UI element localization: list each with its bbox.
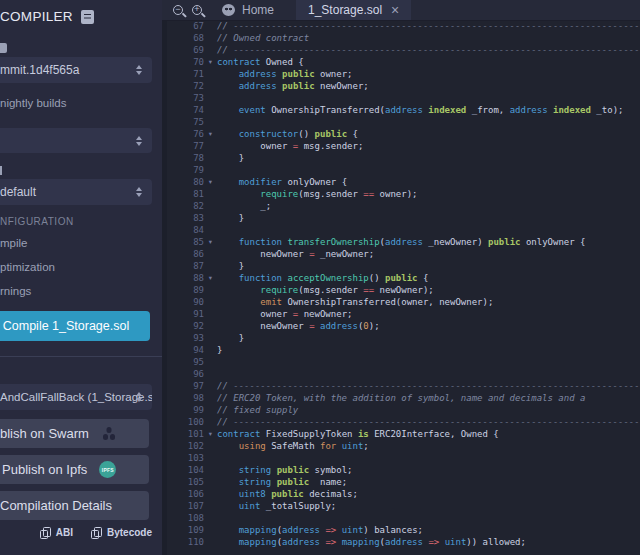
- code-line: 81 require(msg.sender == owner);: [162, 188, 640, 200]
- code-line: 73: [162, 92, 640, 104]
- book-icon: [81, 10, 94, 24]
- code-lines: 67// -----------------------------------…: [162, 21, 640, 548]
- code-line: 107 uint _totalSupply;: [162, 500, 640, 512]
- zoom-in-icon[interactable]: +: [192, 5, 202, 15]
- code-line: 95: [162, 356, 640, 368]
- chevron-updown-icon: [136, 136, 142, 146]
- code-line: 84: [162, 224, 640, 236]
- code-line: 101▾contract FixedSupplyToken is ERC20In…: [162, 428, 640, 440]
- code-line: 106 uint8 public decimals;: [162, 488, 640, 500]
- compiler-version-value: mmit.1d4f565a: [0, 63, 79, 77]
- panel-title-text: COMPILER: [0, 9, 73, 24]
- code-line: 83 }: [162, 212, 640, 224]
- copy-row: ABI Bytecode: [0, 527, 152, 538]
- publish-swarm-button[interactable]: blish on Swarm: [0, 419, 149, 448]
- compiler-label-icon: [0, 43, 7, 53]
- code-line: 72 address public newOwner;: [162, 80, 640, 92]
- language-select[interactable]: [0, 128, 152, 153]
- code-line: 104 string public symbol;: [162, 464, 640, 476]
- code-area[interactable]: 67// -----------------------------------…: [162, 21, 640, 555]
- code-line: 85▾ function transferOwnership(address _…: [162, 236, 640, 248]
- tab-home[interactable]: Home: [216, 0, 280, 20]
- code-line: 67// -----------------------------------…: [162, 21, 640, 32]
- code-line: 103: [162, 452, 640, 464]
- solidity-compiler-panel: COMPILER mmit.1d4f565a nightly builds de…: [0, 0, 162, 555]
- code-line: 74 event OwnershipTransferred(address in…: [162, 104, 640, 116]
- code-line: 97// -----------------------------------…: [162, 380, 640, 392]
- code-line: 75: [162, 116, 640, 128]
- abi-copy-label[interactable]: ABI: [56, 527, 73, 538]
- code-line: 82 _;: [162, 200, 640, 212]
- code-line: 94}: [162, 344, 640, 356]
- code-line: 68// Owned contract: [162, 32, 640, 44]
- code-line: 78 }: [162, 152, 640, 164]
- code-line: 79: [162, 164, 640, 176]
- compiler-version-select[interactable]: mmit.1d4f565a: [0, 57, 152, 83]
- bytecode-copy-label[interactable]: Bytecode: [107, 527, 152, 538]
- code-line: 100// ----------------------------------…: [162, 416, 640, 428]
- code-line: 102 using SafeMath for uint;: [162, 440, 640, 452]
- code-editor: − + Home 1_Storage.sol × 67// ----------…: [162, 0, 640, 555]
- code-line: 98// ERC20 Token, with the addition of s…: [162, 392, 640, 404]
- remix-logo-icon: [222, 4, 235, 16]
- code-line: 110 mapping(address => mapping(address =…: [162, 536, 640, 548]
- tab-file-label: 1_Storage.sol: [308, 3, 382, 17]
- publish-ipfs-button[interactable]: Publish on Ipfs IPFS: [0, 455, 149, 484]
- compilation-details-label: Compilation Details: [0, 498, 112, 513]
- nightly-builds-label[interactable]: nightly builds: [0, 97, 66, 109]
- code-line: 90 emit OwnershipTransferred(owner, newO…: [162, 296, 640, 308]
- chevron-updown-icon: [136, 187, 142, 197]
- evm-version-select[interactable]: default: [0, 179, 152, 205]
- chevron-updown-icon: [136, 65, 142, 75]
- code-line: 77 owner = msg.sender;: [162, 140, 640, 152]
- panel-title: COMPILER: [0, 9, 94, 24]
- code-line: 108: [162, 512, 640, 524]
- code-line: 76▾ constructor() public {: [162, 128, 640, 140]
- swarm-icon: [101, 426, 119, 441]
- evm-label-fragment: [0, 166, 2, 175]
- tab-home-label: Home: [242, 3, 274, 17]
- divider: [0, 356, 162, 357]
- code-line: 96: [162, 368, 640, 380]
- code-line: 105 string public name;: [162, 476, 640, 488]
- publish-swarm-label: blish on Swarm: [0, 426, 89, 441]
- remix-ide-window: COMPILER mmit.1d4f565a nightly builds de…: [0, 0, 640, 555]
- config-section-header: NFIGURATION: [0, 216, 74, 227]
- editor-tabbar: − + Home 1_Storage.sol ×: [162, 0, 640, 21]
- optimization-label[interactable]: ptimization: [0, 261, 55, 273]
- evm-version-value: default: [0, 185, 36, 199]
- compilation-details-button[interactable]: Compilation Details: [0, 491, 149, 520]
- hide-warnings-label[interactable]: rnings: [0, 285, 31, 297]
- contract-select-value: AndCallFallBack (1_Storage.s: [0, 391, 152, 403]
- code-line: 99// fixed supply: [162, 404, 640, 416]
- ipfs-icon: IPFS: [99, 461, 116, 478]
- chevron-updown-icon: [136, 392, 142, 402]
- publish-ipfs-label: Publish on Ipfs: [2, 462, 87, 477]
- close-tab-icon[interactable]: ×: [391, 3, 399, 17]
- code-line: 93 }: [162, 332, 640, 344]
- copy-abi-icon[interactable]: [40, 527, 50, 538]
- code-line: 87 }: [162, 260, 640, 272]
- code-line: 91 owner = newOwner;: [162, 308, 640, 320]
- code-line: 88▾ function acceptOwnership() public {: [162, 272, 640, 284]
- compile-button[interactable]: Compile 1_Storage.sol: [0, 311, 150, 341]
- zoom-out-icon[interactable]: −: [173, 5, 183, 15]
- tab-file[interactable]: 1_Storage.sol ×: [296, 0, 411, 20]
- copy-bytecode-icon[interactable]: [91, 527, 101, 538]
- code-line: 69// -----------------------------------…: [162, 44, 640, 56]
- code-line: 71 address public owner;: [162, 68, 640, 80]
- code-line: 70▾contract Owned {: [162, 56, 640, 68]
- code-line: 109 mapping(address => uint) balances;: [162, 524, 640, 536]
- code-line: 92 newOwner = address(0);: [162, 320, 640, 332]
- contract-select[interactable]: AndCallFallBack (1_Storage.s: [0, 384, 152, 410]
- code-line: 86 newOwner = _newOwner;: [162, 248, 640, 260]
- code-line: 89 require(msg.sender == newOwner);: [162, 284, 640, 296]
- auto-compile-label[interactable]: mpile: [0, 237, 27, 249]
- code-line: 80▾ modifier onlyOwner {: [162, 176, 640, 188]
